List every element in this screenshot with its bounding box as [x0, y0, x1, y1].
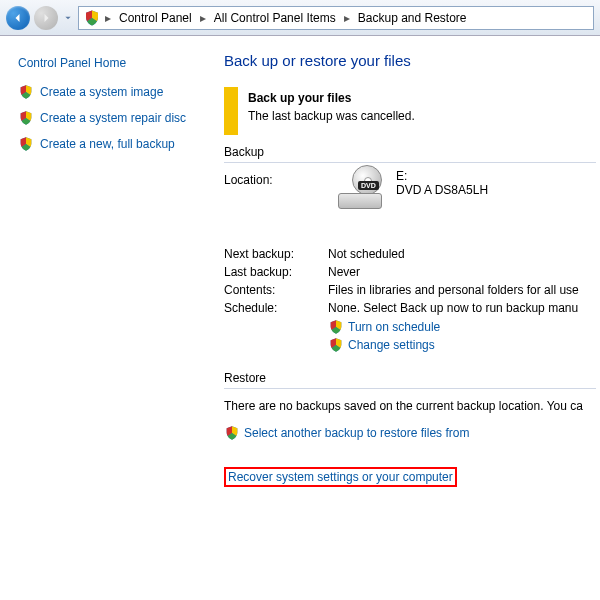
- alert-accent-bar: [224, 87, 238, 135]
- contents-value: Files in libraries and personal folders …: [328, 283, 579, 297]
- turn-on-schedule-link[interactable]: Turn on schedule: [348, 320, 440, 334]
- schedule-label: Schedule:: [224, 301, 328, 315]
- chevron-down-icon: [64, 14, 72, 22]
- chevron-right-icon[interactable]: ▸: [198, 11, 208, 25]
- sidebar: Control Panel Home Create a system image…: [0, 36, 210, 600]
- restore-message: There are no backups saved on the curren…: [224, 399, 596, 413]
- contents-label: Contents:: [224, 283, 328, 297]
- backup-section-header: Backup: [224, 145, 596, 163]
- toolbar: ▸ Control Panel ▸ All Control Panel Item…: [0, 0, 600, 36]
- restore-section-header: Restore: [224, 371, 596, 389]
- shield-icon: [18, 136, 34, 152]
- chevron-right-icon[interactable]: ▸: [342, 11, 352, 25]
- alert-message: The last backup was cancelled.: [248, 109, 415, 123]
- location-label: Location:: [224, 173, 328, 187]
- dvd-drive-icon: DVD: [338, 169, 386, 209]
- next-backup-label: Next backup:: [224, 247, 328, 261]
- change-settings-link[interactable]: Change settings: [348, 338, 435, 352]
- address-bar[interactable]: ▸ Control Panel ▸ All Control Panel Item…: [78, 6, 594, 30]
- shield-icon: [328, 337, 344, 353]
- arrow-right-icon: [40, 12, 52, 24]
- shield-icon: [18, 84, 34, 100]
- recover-system-link[interactable]: Recover system settings or your computer: [224, 467, 457, 487]
- main-content: Back up or restore your files Back up yo…: [210, 36, 600, 600]
- shield-icon: [328, 319, 344, 335]
- select-another-backup-link[interactable]: Select another backup to restore files f…: [244, 426, 469, 440]
- arrow-left-icon: [12, 12, 24, 24]
- create-repair-disc-link[interactable]: Create a system repair disc: [40, 111, 186, 125]
- control-panel-home-link[interactable]: Control Panel Home: [18, 56, 204, 70]
- breadcrumb-control-panel[interactable]: Control Panel: [115, 11, 196, 25]
- create-system-image-link[interactable]: Create a system image: [40, 85, 163, 99]
- page-title: Back up or restore your files: [224, 52, 596, 69]
- shield-icon: [224, 425, 240, 441]
- alert-heading: Back up your files: [248, 91, 415, 105]
- location-drive-letter: E:: [396, 169, 488, 183]
- breadcrumb-backup-restore[interactable]: Backup and Restore: [354, 11, 471, 25]
- last-backup-label: Last backup:: [224, 265, 328, 279]
- location-drive-name: DVD A DS8A5LH: [396, 183, 488, 197]
- nav-forward-button: [34, 6, 58, 30]
- next-backup-value: Not scheduled: [328, 247, 405, 261]
- alert-banner: Back up your files The last backup was c…: [224, 87, 596, 135]
- nav-history-dropdown[interactable]: [62, 6, 74, 30]
- chevron-right-icon[interactable]: ▸: [103, 11, 113, 25]
- shield-icon: [18, 110, 34, 126]
- nav-back-button[interactable]: [6, 6, 30, 30]
- create-full-backup-link[interactable]: Create a new, full backup: [40, 137, 175, 151]
- schedule-value: None. Select Back up now to run backup m…: [328, 301, 578, 315]
- last-backup-value: Never: [328, 265, 360, 279]
- control-panel-icon: [83, 9, 101, 27]
- breadcrumb-all-items[interactable]: All Control Panel Items: [210, 11, 340, 25]
